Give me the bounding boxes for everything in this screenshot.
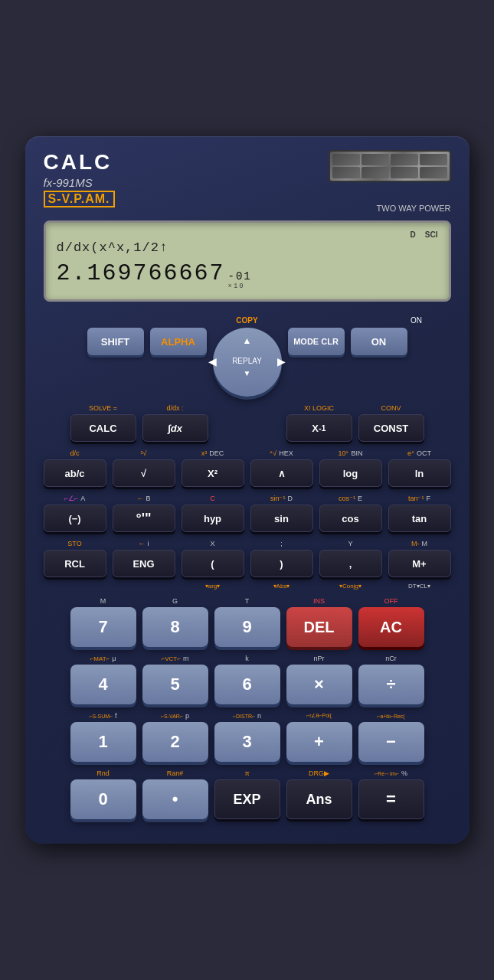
e-label: E (358, 495, 362, 502)
rparen-button[interactable]: ) (250, 550, 313, 577)
conv-label: CONV (381, 404, 401, 412)
x10-label: ×10 (228, 283, 245, 290)
row6-buttons: 4 5 6 × ÷ (44, 665, 451, 704)
nine-button[interactable]: 9 (214, 607, 280, 647)
four-button[interactable]: 4 (70, 665, 136, 704)
integral-button[interactable]: ∫dx (142, 414, 208, 442)
shift-button[interactable]: SHIFT (87, 328, 144, 355)
solar-cell (332, 167, 360, 178)
svar-label: ⌐S-VAR⌐ (161, 714, 183, 719)
cos-label-cell: cos⁻¹ E (319, 493, 382, 504)
mplus-label-cell: M- M (388, 538, 451, 549)
four-label: ⌐MAT⌐ μ (70, 653, 136, 664)
three-button[interactable]: 3 (214, 722, 280, 762)
calc-button[interactable]: CALC (70, 414, 136, 442)
b-label: B (146, 495, 150, 502)
abc-button[interactable]: ab/c (44, 459, 106, 487)
lambda-button[interactable]: ∧ (250, 459, 313, 487)
x-logic-label: X! LOGIC (304, 404, 334, 412)
mu-label: μ (112, 655, 116, 662)
eight-button[interactable]: 8 (142, 607, 208, 647)
xinv-button[interactable]: X-1 (286, 414, 352, 442)
display-container: D SCI d/dx(x^x,1/2↑ 2.169766667 -01 ×10 (44, 220, 451, 302)
alpha-label-area (131, 312, 188, 326)
calc-title-area: CALC fx-991MS S-V.P.AM. (44, 150, 115, 207)
t-label: T (245, 597, 250, 605)
seven-button[interactable]: 7 (70, 607, 136, 647)
one-button[interactable]: 1 (70, 722, 136, 762)
calculator: CALC fx-991MS S-V.P.AM. TWO WAY POWER D (25, 136, 469, 844)
left-arrow-icon: ◀ (208, 355, 217, 368)
shift-label-area (50, 312, 106, 326)
solar-cell (420, 154, 447, 165)
rcl-label-cell: STO (44, 538, 106, 549)
comma-button[interactable]: , (319, 550, 382, 577)
mode-clr-button[interactable]: MODE CLR (288, 328, 345, 355)
oct-label: OCT (417, 449, 431, 457)
f-label: F (427, 495, 431, 502)
sin-button[interactable]: sin (250, 505, 313, 532)
cos-button[interactable]: cos (319, 505, 382, 532)
two-button[interactable]: 2 (142, 722, 208, 762)
ln-button[interactable]: ln (388, 459, 451, 487)
zero-button[interactable]: 0 (70, 779, 136, 819)
two-label: ⌐S-VAR⌐ p (142, 710, 208, 721)
six-button[interactable]: 6 (214, 665, 280, 704)
hyp-label-cell: C (182, 493, 244, 504)
divide-button[interactable]: ÷ (358, 665, 424, 704)
row3-buttons: (−) °'" hyp sin cos tan (44, 505, 451, 532)
row4-sublabels: ▾arg▾ ▾Abs▾ ▾Conjg▾ DT▾CL▾ (44, 580, 451, 591)
times-label: nPr (286, 653, 352, 664)
rparen-sub: ▾Abs▾ (250, 580, 313, 591)
const-button[interactable]: CONST (358, 414, 424, 442)
ac-button[interactable]: AC (358, 607, 424, 647)
d-label: D (288, 495, 293, 502)
n-label: n (257, 712, 261, 720)
sqrt-label-cell: ³√ (113, 448, 175, 459)
x3-label: x³ (201, 449, 208, 457)
x2-button[interactable]: X² (182, 459, 244, 487)
times-button[interactable]: × (286, 665, 352, 704)
quotes-button[interactable]: °'" (113, 505, 175, 532)
larrow2-label: ← (139, 540, 146, 547)
mplus-sub: DT▾CL▾ (388, 580, 451, 591)
display-top-row: D SCI (57, 230, 438, 239)
equals-button[interactable]: = (358, 779, 424, 819)
solar-panel (329, 150, 451, 182)
lparen-button[interactable]: ( (182, 550, 244, 577)
ddx-label: d/dx : (166, 404, 183, 412)
replay-button[interactable]: ▲ ◀ REPLAY ▶ ▼ (213, 328, 282, 397)
m-label: M (422, 540, 428, 547)
mplus-button[interactable]: M+ (388, 550, 451, 577)
row4-buttons: RCL ENG ( ) , M+ (44, 550, 451, 577)
minus-button[interactable]: − (358, 722, 424, 762)
display-formula: d/dx(x^x,1/2↑ (57, 240, 438, 257)
distr-label: ⌐DISTR⌐ (233, 714, 255, 719)
row2-labels: d/c ³√ x³ DEC ˣ√ HEX 10ˣ BIN eˣ OCT (44, 448, 451, 459)
del-button[interactable]: DEL (286, 607, 352, 647)
display-result: 2.169766667 -01 ×10 (57, 260, 438, 290)
ans-button[interactable]: Ans (286, 779, 352, 819)
rcl-button[interactable]: RCL (44, 550, 106, 577)
dec-label: DEC (209, 449, 224, 457)
row6-labels: ⌐MAT⌐ μ ⌐VCT⌐ m k nPr nCr (44, 653, 451, 664)
log-button[interactable]: log (319, 459, 382, 487)
plus-button[interactable]: + (286, 722, 352, 762)
five-button[interactable]: 5 (142, 665, 208, 704)
neg-button[interactable]: (−) (44, 505, 106, 532)
on-button[interactable]: ON (351, 328, 407, 355)
ssum-label: ⌐S-SUM⌐ (89, 714, 113, 719)
sqrt-button[interactable]: √ (113, 459, 175, 487)
i-label: i (148, 540, 149, 547)
eng-button[interactable]: ENG (113, 550, 175, 577)
alpha-button[interactable]: ALPHA (150, 328, 207, 355)
hyp-button[interactable]: hyp (182, 505, 244, 532)
dot-button[interactable]: • (142, 779, 208, 819)
d-indicator: D (411, 230, 416, 239)
comma-sub: ▾Conjg▾ (319, 580, 382, 591)
dc-label: d/c (70, 449, 79, 457)
k-label: k (245, 655, 249, 662)
tan-button[interactable]: tan (388, 505, 451, 532)
exp-button[interactable]: EXP (214, 779, 280, 819)
row3-labels: ⌐∠⌐ A ← B C sin⁻¹ D cos⁻¹ E tan⁻¹ F (44, 493, 451, 504)
